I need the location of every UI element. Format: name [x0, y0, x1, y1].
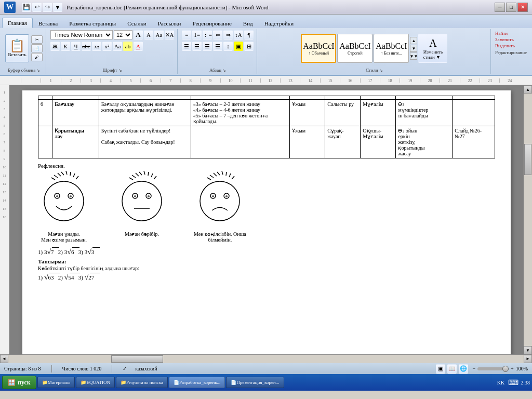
taskbar-item-razrabotka[interactable]: 📄 Разработка_корень... [169, 377, 225, 388]
zoom-thumb[interactable] [502, 366, 509, 372]
numbering-button[interactable]: 1≡ [192, 30, 202, 39]
select-button[interactable]: Выделить [495, 43, 515, 48]
styles-expand[interactable]: ↘ [379, 68, 383, 73]
format-painter-button[interactable]: 🖌 [31, 53, 43, 61]
taskbar-item-equation[interactable]: 📁 EQUATION [76, 377, 115, 388]
taskbar-item-prezentacia[interactable]: 📄 Презентация_корен... [226, 377, 284, 388]
increase-indent-button[interactable]: ⇒ [223, 30, 233, 39]
highlight-button[interactable]: ab [123, 42, 132, 51]
align-right-button[interactable]: ☰ [203, 42, 212, 51]
align-center-button[interactable]: ☰ [192, 42, 202, 51]
styles-scroll-up[interactable]: ▲ [410, 37, 417, 44]
tab-home[interactable]: Главная [2, 18, 33, 28]
fill-color-button[interactable]: ▣ [234, 42, 243, 51]
paste-button[interactable]: 📋 Вставить [5, 34, 29, 62]
underline-button[interactable]: Ч [71, 42, 81, 51]
align-left-button[interactable]: ☰ [182, 42, 191, 51]
font-color-button[interactable]: А [134, 42, 143, 51]
start-button[interactable]: 🪟 пуск [2, 376, 36, 389]
styles-scroll: ▲ ▼ ▼▼ [410, 37, 417, 60]
status-right: ▣ 📖 🌐 − + 100% [436, 364, 528, 374]
clear-format-button[interactable]: ✕A [165, 30, 174, 39]
change-case-button[interactable]: Aa [154, 30, 164, 39]
find-button[interactable]: Найти [495, 31, 508, 36]
horizontal-scrollbar[interactable]: ◄ ► [0, 354, 532, 363]
replace-button[interactable]: Заменить [495, 37, 514, 42]
scroll-down-button[interactable]: ▼ [524, 346, 532, 354]
h-scroll-track[interactable] [8, 355, 524, 363]
document-area[interactable]: 6 Бағалау Бағалау оқушылардың жинаған же… [9, 85, 524, 354]
scroll-thumb[interactable] [524, 144, 531, 175]
zoom-slider[interactable] [477, 367, 509, 370]
taskbar-item-materials[interactable]: 📁 Материалы [37, 377, 75, 388]
bold-button[interactable]: Ж [50, 42, 60, 51]
increase-font-button[interactable]: A [134, 30, 143, 39]
zoom-control[interactable]: − + 100% [472, 366, 528, 371]
table-cell-salystu: Салысты ру [325, 100, 361, 126]
style-strict-button[interactable]: AaBbCcI Строгий [337, 34, 373, 63]
justify-button[interactable]: ☰ [213, 42, 222, 51]
change-styles-button[interactable]: A Изменитьстили ▼ [418, 34, 447, 63]
ruler-num: 11 [3, 174, 6, 178]
bullets-button[interactable]: ≡ [182, 30, 191, 39]
maximize-button[interactable]: □ [506, 3, 516, 12]
style-normal-button[interactable]: AaBbCcI ↑ Обычный [301, 34, 336, 63]
line-spacing-button[interactable]: ↕ [223, 42, 233, 51]
tab-view[interactable]: Вид [237, 18, 259, 28]
copy-button[interactable]: 📄 [31, 44, 43, 52]
multilevel-button[interactable]: ⋮≡ [203, 30, 212, 39]
h-scroll-left-button[interactable]: ◄ [0, 355, 8, 363]
tab-addins[interactable]: Надстройки [259, 18, 299, 28]
quick-access-toolbar[interactable]: 💾 ↩ ↪ ▼ [20, 3, 64, 12]
tab-references[interactable]: Ссылки [122, 18, 152, 28]
taskbar-item-search[interactable]: 📁 Результаты поиска [116, 377, 168, 388]
font-expand[interactable]: ↘ [118, 68, 122, 73]
styles-scroll-down[interactable]: ▼ [410, 45, 417, 52]
ruler-mark: 10 [220, 78, 240, 83]
italic-button[interactable]: К [61, 42, 70, 51]
window-controls[interactable]: ─ □ ✕ [495, 3, 528, 12]
h-scroll-right-button[interactable]: ► [524, 355, 532, 363]
zoom-in-button[interactable]: + [511, 366, 514, 371]
style-noindent-button[interactable]: AaBbCcI ↑ Без инте... [374, 34, 409, 63]
view-web-button[interactable]: 🌐 [459, 364, 468, 374]
h-scroll-thumb[interactable] [111, 355, 163, 363]
view-normal-button[interactable]: ▣ [436, 364, 445, 374]
zoom-out-button[interactable]: − [472, 366, 475, 371]
customize-button[interactable]: ▼ [53, 3, 62, 12]
sort-button[interactable]: ↕A [234, 30, 243, 39]
decrease-font-button[interactable]: A [144, 30, 153, 39]
styles-scroll-more[interactable]: ▼▼ [410, 52, 417, 60]
tab-mailings[interactable]: Рассылки [152, 18, 187, 28]
tray-lang[interactable]: KK [496, 380, 506, 385]
borders-button[interactable]: ⊞ [244, 42, 254, 51]
minimize-button[interactable]: ─ [495, 3, 505, 12]
decrease-indent-button[interactable]: ⇐ [213, 30, 222, 39]
tab-layout[interactable]: Разметка страницы [63, 18, 122, 28]
superscript-button[interactable]: x² [102, 42, 112, 51]
table-cell-desc2: Бүгінгі сабақтан не түйліндер!Сабақ жақт… [99, 126, 191, 158]
close-button[interactable]: ✕ [517, 3, 528, 12]
view-reading-button[interactable]: 📖 [447, 364, 457, 374]
font-size-select[interactable]: 12 [114, 30, 132, 39]
svg-line-3 [73, 174, 75, 177]
vertical-scrollbar[interactable]: ▲ ▼ [524, 85, 532, 354]
show-formatting-button[interactable]: ¶ [244, 30, 254, 39]
font-name-select[interactable]: Times New Roman [50, 30, 113, 39]
strikethrough-button[interactable]: abc [82, 42, 91, 51]
subscript-button[interactable]: x₂ [92, 42, 101, 51]
tab-insert[interactable]: Вставка [33, 18, 63, 28]
cut-button[interactable]: ✂ [31, 35, 43, 44]
redo-button[interactable]: ↪ [43, 3, 52, 12]
document-page[interactable]: 6 Бағалау Бағалау оқушылардың жинаған же… [22, 90, 511, 354]
clipboard-expand[interactable]: ↘ [36, 68, 40, 73]
tab-review[interactable]: Рецензирование [187, 18, 237, 28]
undo-button[interactable]: ↩ [32, 3, 42, 12]
save-button[interactable]: 💾 [22, 3, 31, 12]
scroll-up-button[interactable]: ▲ [524, 85, 532, 94]
scroll-track[interactable] [524, 94, 532, 346]
paragraph-expand[interactable]: ↘ [222, 68, 226, 73]
text-effects-button[interactable]: Аа [113, 42, 122, 51]
ruler-mark: 21 [440, 78, 459, 83]
window-title: Разработка_корень.doc [Режим ограниченно… [66, 4, 269, 10]
